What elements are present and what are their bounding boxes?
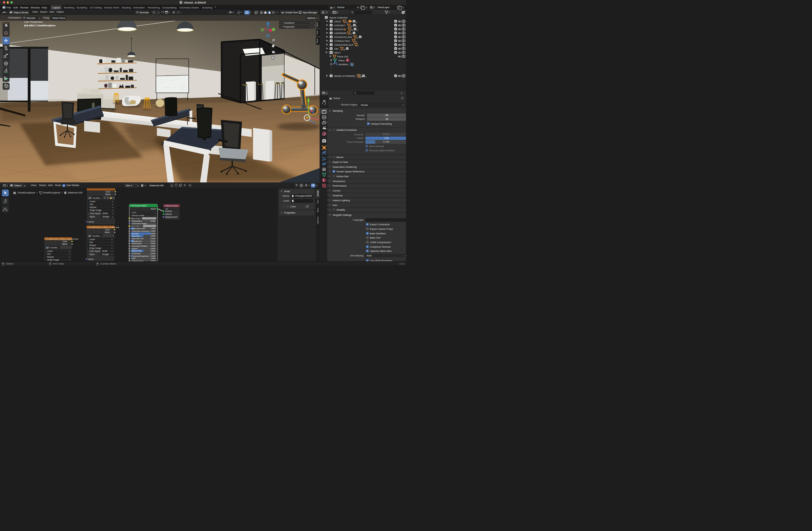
svg-text:Color: Color — [105, 191, 111, 193]
svg-text:Alpha: Alpha — [105, 231, 110, 234]
svg-text:❐: ❐ — [107, 197, 108, 199]
svg-text:▾: ▾ — [112, 247, 112, 249]
svg-text:17: 17 — [350, 33, 352, 35]
svg-text:Straight: Straight — [102, 216, 110, 218]
svg-text:CONSULTING: CONSULTING — [334, 40, 350, 43]
svg-text:⌄: ⌄ — [154, 223, 155, 225]
svg-text:1.400: 1.400 — [150, 227, 155, 230]
svg-text:(64) WELT | SmallSculpture: (64) WELT | SmallSculpture — [24, 24, 56, 27]
svg-text:Clearcoat: Clearcoat — [132, 252, 140, 254]
svg-text:GGX: GGX — [132, 211, 136, 213]
svg-text:Single Image: Single Image — [90, 209, 102, 212]
svg-text:Random Walk: Random Walk — [132, 214, 145, 217]
svg-text:DESIGN: DESIGN — [334, 28, 344, 31]
svg-text:Linear: Linear — [90, 200, 96, 203]
svg-text:IOR: IOR — [132, 257, 135, 259]
svg-text:⌄: ⌄ — [154, 215, 155, 217]
svg-text:WELT: WELT — [334, 51, 341, 54]
svg-text:0.809: 0.809 — [150, 233, 155, 235]
svg-text:▧▾: ▧▾ — [46, 247, 49, 249]
svg-text:Plane: Plane — [338, 59, 345, 62]
svg-text:0.000: 0.000 — [150, 238, 155, 239]
svg-text:▾: ▾ — [112, 206, 113, 208]
svg-text:› Properties: › Properties — [281, 25, 294, 28]
svg-text:› Transform: › Transform — [281, 21, 294, 24]
svg-text:▾: ▾ — [69, 250, 70, 252]
svg-text:23: 23 — [350, 25, 352, 27]
svg-text:2: 2 — [356, 25, 357, 27]
svg-text:⌄: ⌄ — [177, 208, 178, 210]
svg-text:0.000: 0.000 — [150, 242, 155, 245]
svg-text:Straight: Straight — [102, 253, 109, 256]
svg-text:0.500: 0.500 — [150, 235, 155, 237]
svg-text:▾: ▾ — [112, 212, 113, 215]
svg-text:▾: ▾ — [112, 241, 112, 244]
svg-text:User Perspective: User Perspective — [24, 21, 43, 24]
svg-text:Modifiers: Modifiers — [338, 63, 348, 66]
svg-text:Alpha: Alpha — [89, 253, 95, 256]
svg-text:Flat: Flat — [89, 241, 93, 244]
svg-text:0.000: 0.000 — [150, 248, 155, 250]
svg-text:Color Space: Color Space — [90, 212, 101, 215]
svg-text:SmallSc...: SmallSc... — [50, 247, 59, 249]
svg-text:▾: ▾ — [69, 253, 70, 255]
svg-text:Roughness: Roughness — [132, 240, 142, 242]
svg-text:Specular: Specular — [132, 235, 140, 237]
svg-text:HAUS: HAUS — [334, 20, 341, 23]
svg-text:Alpha: Alpha — [105, 193, 111, 196]
svg-text:Volume: Volume — [165, 213, 172, 215]
svg-text:Single Image: Single Image — [47, 259, 59, 261]
svg-text:Alpha: Alpha — [62, 243, 68, 245]
svg-text:▾ Principled BSDF: ▾ Principled BSDF — [131, 205, 147, 207]
svg-text:sRGB: sRGB — [102, 212, 108, 215]
svg-text:▾: ▾ — [112, 201, 113, 203]
svg-text:Alpha: Alpha — [90, 216, 95, 218]
svg-text:View: View — [316, 38, 318, 44]
svg-text:Y: Y — [273, 29, 274, 31]
svg-text:Vector: Vector — [88, 221, 94, 223]
svg-text:OM: OM — [334, 47, 338, 50]
svg-text:Linear: Linear — [47, 250, 53, 252]
svg-text:⌄: ⌄ — [154, 212, 155, 213]
svg-text:▾: ▾ — [69, 256, 70, 258]
svg-text:▾: ▾ — [112, 204, 113, 205]
svg-text:0.000: 0.000 — [150, 220, 155, 222]
svg-text:Repeat: Repeat — [90, 206, 97, 209]
svg-text:☂: ☂ — [104, 197, 105, 199]
svg-text:TAGESVERLAUF: TAGESVERLAUF — [334, 44, 354, 46]
svg-text:▾ Material Output: ▾ Material Output — [164, 205, 178, 207]
svg-text:SmallSc...: SmallSc... — [93, 197, 102, 199]
svg-text:2: 2 — [357, 29, 358, 31]
svg-text:▾: ▾ — [112, 209, 113, 211]
svg-text:SmallSc...: SmallSc... — [92, 235, 101, 237]
svg-text:▾: ▾ — [112, 250, 112, 252]
svg-text:Subsurface Anisotropy: Subsurface Anisotropy — [132, 230, 149, 232]
svg-text:1.450: 1.450 — [150, 257, 155, 259]
svg-text:Subsurface C...: Subsurface C... — [131, 225, 144, 227]
svg-text:All: All — [166, 208, 168, 210]
svg-text:Scene Collection: Scene Collection — [329, 16, 348, 19]
svg-text:Base Color: Base Color — [131, 217, 141, 219]
svg-text:0.141: 0.141 — [150, 240, 155, 242]
svg-text:0.030: 0.030 — [150, 255, 155, 257]
svg-text:sRGB: sRGB — [102, 250, 107, 252]
svg-text:Vector: Vector — [88, 258, 94, 260]
svg-text:Sheen: Sheen — [132, 247, 138, 250]
svg-text:Displacement: Displacement — [165, 216, 177, 219]
svg-text:Color: Color — [105, 228, 110, 231]
svg-text:Color Space: Color Space — [89, 250, 101, 252]
svg-text:▾ SmallSculpture_Metal_roughne: ▾ SmallSculpture_Metal_roughness.png — [45, 238, 78, 240]
svg-text:Item: Item — [316, 23, 318, 27]
svg-text:3: 3 — [365, 76, 366, 78]
svg-text:9: 9 — [357, 45, 359, 47]
svg-text:0.000: 0.000 — [150, 245, 155, 247]
svg-text:BSDF: BSDF — [151, 208, 156, 210]
svg-text:Linear: Linear — [89, 238, 95, 240]
svg-text:✕: ✕ — [113, 197, 114, 199]
svg-text:▾: ▾ — [112, 239, 112, 240]
svg-text:▾: ▾ — [112, 245, 112, 246]
svg-text:49: 49 — [343, 49, 345, 50]
svg-text:Color: Color — [62, 240, 67, 242]
svg-text:KONTAKT: KONTAKT — [334, 24, 346, 27]
svg-text:▾: ▾ — [112, 253, 112, 255]
